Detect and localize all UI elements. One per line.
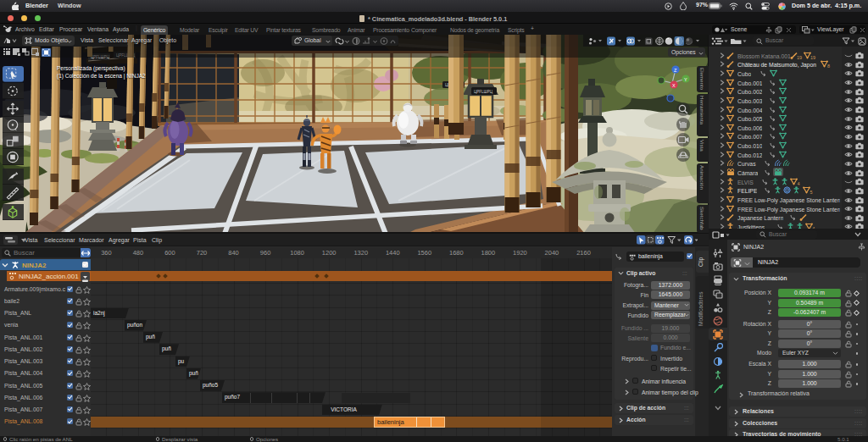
svg-text:ЦPFLШPЦ: ЦPFLШPЦ	[474, 90, 493, 94]
svg-text:Y: Y	[684, 77, 687, 82]
svg-text:X: X	[672, 83, 676, 88]
